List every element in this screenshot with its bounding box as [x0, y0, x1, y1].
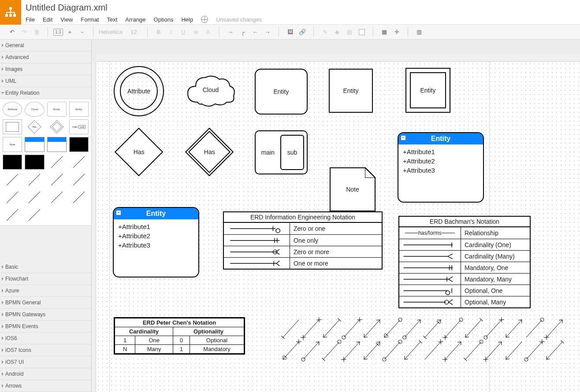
- waypoint-icon[interactable]: ┌: [237, 26, 249, 38]
- sidebar-category-ios7-icons[interactable]: iOS7 Icons: [0, 344, 91, 356]
- table-chen-notation[interactable]: ERD Peter Chen's Notation CardinalityOpt…: [114, 317, 245, 355]
- palette-has[interactable]: Has: [25, 119, 44, 134]
- zoom-in-icon[interactable]: ＋: [64, 26, 75, 38]
- menu-file[interactable]: File: [26, 16, 35, 23]
- sidebar-category-images[interactable]: Images: [0, 63, 91, 75]
- document-title[interactable]: Untitled Diagram.xml: [26, 2, 576, 13]
- menu-edit[interactable]: Edit: [43, 16, 52, 23]
- shape-main-sub[interactable]: mainsub: [255, 130, 308, 174]
- palette-line-4[interactable]: [25, 172, 44, 187]
- palette-line-9[interactable]: [47, 190, 67, 205]
- sidebar-category-uml[interactable]: UML: [0, 75, 91, 87]
- connector-samples[interactable]: [281, 317, 572, 379]
- palette-entity-round[interactable]: Entity: [47, 102, 67, 117]
- line-start-icon[interactable]: ←: [249, 26, 261, 38]
- undo-icon[interactable]: ↶: [6, 26, 18, 38]
- sidebar-category-entity-relation[interactable]: Entity Relation: [0, 87, 91, 99]
- menu-view[interactable]: View: [60, 16, 73, 23]
- sidebar-category-bpmn-general[interactable]: BPMN General: [0, 297, 91, 309]
- shape-entity-rounded[interactable]: Entity: [255, 69, 308, 115]
- palette-table-dark[interactable]: [69, 137, 89, 152]
- fill-color-icon[interactable]: ◆: [331, 26, 343, 38]
- shape-entity-card-1[interactable]: −Entity +Attribute1+Attribute2+Attribute…: [398, 132, 484, 203]
- palette-line-6[interactable]: [69, 172, 89, 187]
- palette-line-5[interactable]: [47, 172, 67, 187]
- palette-table-dark3[interactable]: [25, 155, 44, 170]
- palette-entity[interactable]: Entity: [69, 102, 89, 117]
- font-color-icon[interactable]: A: [202, 26, 214, 38]
- menu-help[interactable]: Help: [181, 16, 193, 23]
- actual-size-icon[interactable]: 1:1: [53, 29, 63, 36]
- palette-entity-double[interactable]: [3, 119, 22, 134]
- svg-line-30: [526, 320, 542, 337]
- font-name-select[interactable]: Helvetica: [99, 29, 130, 35]
- shape-attribute[interactable]: Attribute: [114, 66, 164, 116]
- palette-has-double[interactable]: [47, 119, 67, 134]
- shape-cloud[interactable]: Cloud: [184, 71, 237, 108]
- italic-icon[interactable]: I: [165, 26, 177, 38]
- canvas-area[interactable]: Attribute Cloud Entity Entity Entity Has…: [92, 40, 580, 392]
- sidebar-category-general[interactable]: General: [0, 40, 91, 52]
- image-icon[interactable]: 🖼: [284, 26, 296, 38]
- layout-icon[interactable]: ▥: [413, 26, 425, 38]
- menu-text[interactable]: Text: [107, 16, 117, 23]
- palette-table-dark2[interactable]: [3, 155, 22, 170]
- shadow-icon[interactable]: ▧: [344, 26, 355, 38]
- font-size-input[interactable]: 12: [130, 29, 142, 35]
- line-end-icon[interactable]: →: [262, 26, 273, 38]
- table-ie-notation[interactable]: ERD Information Engineering Notation Zer…: [223, 211, 383, 270]
- zoom-out-icon[interactable]: －: [76, 26, 88, 38]
- menu-options[interactable]: Options: [154, 16, 174, 23]
- shape-entity-card-2[interactable]: −Entity +Attribute1+Attribute2+Attribute…: [113, 207, 199, 277]
- sidebar-category-flowchart[interactable]: Flowchart: [0, 273, 91, 285]
- line-color-icon[interactable]: ✎: [319, 26, 331, 38]
- palette-note[interactable]: Note: [3, 137, 22, 152]
- shape-entity-double[interactable]: Entity: [405, 68, 450, 113]
- bold-icon[interactable]: B: [153, 26, 164, 38]
- fill-swatch[interactable]: [356, 26, 368, 38]
- palette-line-7[interactable]: [3, 190, 22, 205]
- globe-icon[interactable]: [201, 16, 208, 23]
- palette-attribute[interactable]: Attribute: [3, 102, 22, 117]
- connection-icon[interactable]: →: [225, 26, 236, 38]
- menu-format[interactable]: Format: [81, 16, 99, 23]
- sidebar-category-advanced[interactable]: Advanced: [0, 52, 91, 63]
- palette-entity-card2[interactable]: [47, 137, 67, 152]
- align-icon[interactable]: ≣: [190, 26, 201, 38]
- palette-line-12[interactable]: [25, 207, 44, 222]
- shape-has-double[interactable]: Has: [185, 128, 234, 176]
- palette-cloud[interactable]: Cloud: [25, 102, 44, 117]
- palette-line-2[interactable]: [69, 155, 89, 170]
- svg-line-33: [303, 342, 319, 359]
- sidebar-category-ios6[interactable]: iOS6: [0, 333, 91, 344]
- svg-line-6: [7, 174, 18, 185]
- palette-line-10[interactable]: [69, 190, 89, 205]
- underline-icon[interactable]: U: [178, 26, 189, 38]
- palette-line-3[interactable]: [3, 172, 22, 187]
- canvas[interactable]: Attribute Cloud Entity Entity Entity Has…: [96, 62, 580, 392]
- svg-line-35: [344, 342, 360, 359]
- palette-line-11[interactable]: [3, 207, 22, 222]
- palette-mainsub[interactable]: main sub: [69, 119, 89, 134]
- shape-has[interactable]: Has: [115, 128, 163, 176]
- sidebar-category-bpmn-events[interactable]: BPMN Events: [0, 321, 91, 333]
- sidebar-category-azure[interactable]: Azure: [0, 285, 91, 297]
- sidebar-category-ios7-ui[interactable]: iOS7 UI: [0, 356, 91, 368]
- grid-icon[interactable]: ▦: [379, 26, 390, 38]
- link-icon[interactable]: 🔗: [297, 26, 308, 38]
- sidebar-category-arrows[interactable]: Arrows: [0, 380, 91, 392]
- palette-line-8[interactable]: [25, 190, 44, 205]
- sidebar-category-basic[interactable]: Basic: [0, 261, 91, 273]
- guides-icon[interactable]: ✛: [391, 26, 402, 38]
- shape-note[interactable]: Note: [330, 167, 376, 211]
- delete-icon[interactable]: 🗑: [31, 26, 42, 38]
- sidebar-category-bpmn-gateways[interactable]: BPMN Gateways: [0, 309, 91, 321]
- redo-icon[interactable]: ↷: [19, 26, 30, 38]
- menu-arrange[interactable]: Arrange: [125, 16, 145, 23]
- app-logo[interactable]: [0, 0, 21, 25]
- palette-entity-card[interactable]: [25, 137, 44, 152]
- table-bachman-notation[interactable]: ERD Bachman's Notation has/formsRelation…: [398, 216, 531, 308]
- sidebar-category-android[interactable]: Android: [0, 368, 91, 380]
- palette-line-1[interactable]: [47, 155, 67, 170]
- shape-entity-square[interactable]: Entity: [329, 69, 373, 113]
